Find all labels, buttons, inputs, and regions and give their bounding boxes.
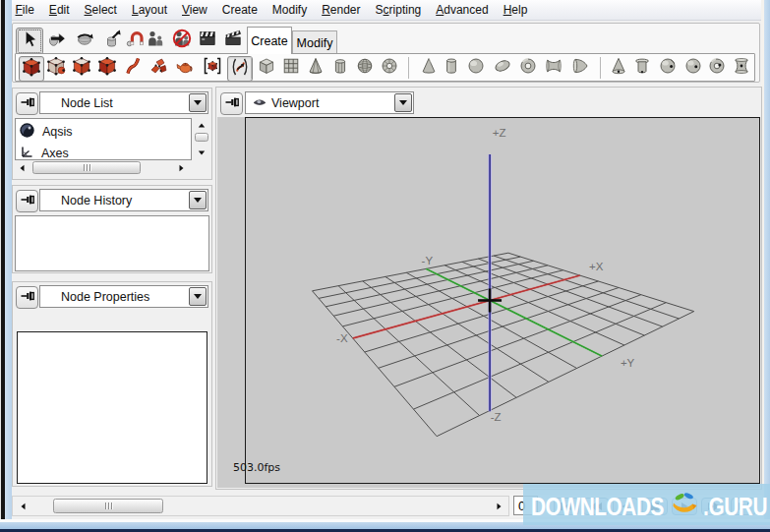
node-properties-combo-arrow-button[interactable] [189,287,207,306]
snap-curve-button[interactable] [227,56,253,82]
select-nodes-icon [21,56,42,82]
menu-render[interactable]: Render [315,1,368,19]
poly-cylinder-button[interactable] [328,56,352,80]
sphere-origin-button[interactable] [656,56,680,80]
red-teapot-icon [174,55,196,81]
torus-origin-button[interactable] [705,56,729,80]
select-nodes-button[interactable] [19,56,44,82]
grip-icon [84,164,90,171]
node-properties-panel-selector[interactable]: Node Properties [39,285,208,308]
poly-cylinder-icon [330,56,350,80]
menu-help[interactable]: Help [496,1,535,19]
scroll-left-button[interactable] [17,163,27,172]
chevron-down-icon [194,100,202,105]
scroll-right-button[interactable] [176,163,186,172]
sphere-origin2-button[interactable] [681,56,705,80]
menu-scripting[interactable]: Scripting [368,1,429,19]
chevron-down-icon [399,100,407,105]
viewport-combo-arrow-button[interactable] [394,93,412,112]
menu-edit[interactable]: Edit [41,1,77,19]
poly-grid-button[interactable] [279,56,303,80]
cone-button[interactable] [417,56,441,80]
poly-cube-button[interactable] [255,56,278,80]
teapot-button[interactable] [173,56,197,80]
node-list-item-aqsis[interactable]: Aqsis [16,121,191,143]
node-list[interactable]: AqsisAxes [15,118,192,160]
tab-create[interactable]: Create [247,27,292,54]
menu-layout[interactable]: Layout [124,1,174,19]
poly-sphere-icon [355,56,375,80]
tab-modify[interactable]: Modify [292,30,337,54]
menu-advanced[interactable]: Advanced [429,1,496,19]
scroll-left-button[interactable] [17,502,29,511]
menu-select[interactable]: Select [77,1,124,19]
pin-icon [224,94,240,114]
torus-icon [518,56,538,80]
select-points-button[interactable] [44,56,68,80]
parent-button[interactable] [143,28,168,53]
patch-tool-button[interactable] [147,56,170,80]
svg-text:-X: -X [336,332,348,344]
capped-cylinder-button[interactable] [630,56,654,80]
node-list-hscrollbar[interactable] [15,161,189,174]
render-frame-icon [223,29,243,52]
unparent-button[interactable] [169,28,195,53]
menu-create[interactable]: Create [214,1,265,19]
render-preview-button[interactable] [195,28,220,53]
move-tool-button[interactable] [44,28,70,53]
node-history-panel: Node History [12,185,212,273]
node-list-pin-button[interactable] [16,92,38,115]
menu-view[interactable]: View [174,1,214,19]
sphere-button[interactable] [464,56,488,80]
select-faces-button[interactable] [95,56,119,80]
rotate-icon [75,29,94,52]
hscroll-thumb[interactable] [32,161,141,174]
vscroll-thumb[interactable] [195,133,208,142]
node-list-item-label: Aqsis [42,125,73,139]
node-list-vscrollbar[interactable] [194,118,209,160]
poly-torus-button[interactable] [378,56,401,80]
window-border-right [764,0,770,522]
menu-file[interactable]: File [8,1,41,19]
node-history-pin-button[interactable] [16,190,38,212]
node-history-list[interactable] [15,215,209,271]
select-lines-button[interactable] [70,56,93,80]
select-tool-button[interactable] [16,28,43,55]
scroll-down-button[interactable] [196,148,207,157]
torus-button[interactable] [516,56,540,80]
poly-cone-button[interactable] [304,56,327,80]
menu-modify[interactable]: Modify [265,1,314,19]
paraboloid-icon [570,56,590,80]
pin-icon [20,94,35,114]
node-list-panel-selector[interactable]: Node List [39,91,208,114]
render-frame-button[interactable] [220,28,246,53]
curve-tool-button[interactable] [121,56,145,80]
instance-button[interactable] [201,56,224,80]
cube-brackets-icon [202,55,223,81]
capped-hyperboloid-button[interactable] [730,56,753,80]
snap-magnet-icon [125,29,145,52]
node-history-panel-selector[interactable]: Node History [39,189,208,211]
viewport-pin-button[interactable] [220,92,243,115]
disk-button[interactable] [491,56,514,80]
viewport-canvas[interactable]: +X-X+Y-Y+Z-Z [245,117,760,484]
scroll-up-button[interactable] [196,120,207,130]
timeline-scrollbar[interactable] [12,496,509,516]
node-properties-area[interactable] [17,331,207,484]
cylinder-button[interactable] [440,56,463,80]
toolbar-block: Create Modify [12,23,760,83]
hyperboloid-button[interactable] [542,56,565,80]
timeline-scroll-thumb[interactable] [53,499,163,513]
node-list-combo-arrow-button[interactable] [189,93,207,112]
rotate-tool-button[interactable] [72,28,97,53]
triangle-right-icon [179,164,183,170]
node-history-combo-arrow-button[interactable] [189,191,207,209]
poly-sphere-button[interactable] [353,56,377,80]
node-properties-pin-button[interactable] [16,286,38,309]
scroll-right-button[interactable] [493,502,504,511]
viewport-panel-selector[interactable]: Viewport [245,91,414,114]
paraboloid-button[interactable] [568,56,592,80]
downloads-guru-logo-icon [672,491,697,520]
toolbar-separator [408,57,409,79]
capped-cone-button[interactable] [607,56,630,80]
